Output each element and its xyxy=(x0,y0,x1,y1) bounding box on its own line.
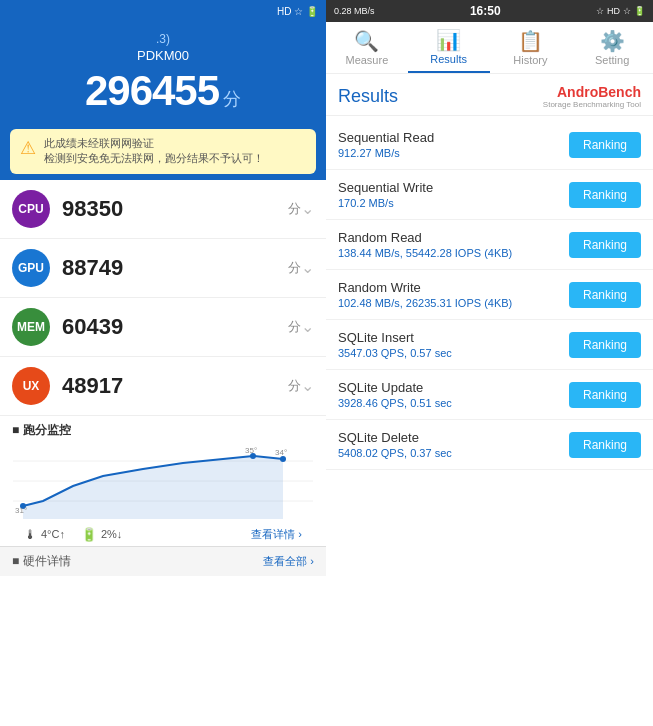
androbench-sub: Storage Benchmarking Tool xyxy=(543,100,641,109)
benchmark-name: Random Write xyxy=(338,280,569,295)
benchmark-info: Sequential Read 912.27 MB/s xyxy=(338,130,569,159)
results-header: Results AndroBench Storage Benchmarking … xyxy=(326,74,653,116)
benchmark-item: SQLite Insert 3547.03 QPS, 0.57 sec Rank… xyxy=(326,320,653,370)
left-panel: HD ☆ 🔋 .3) PDKM00 296455 分 ⚠ 此成绩未经联网网验证 … xyxy=(0,0,326,726)
cpu-chevron-icon: ⌄ xyxy=(301,199,314,218)
mem-badge: MEM xyxy=(12,308,50,346)
benchmark-name: Random Read xyxy=(338,230,569,245)
svg-text:35°: 35° xyxy=(245,446,257,455)
chart-svg: 31° 35° 34° xyxy=(12,441,314,521)
androbench-logo: AndroBench Storage Benchmarking Tool xyxy=(543,84,641,109)
mem-chevron-icon: ⌄ xyxy=(301,317,314,336)
benchmark-list: Sequential Read 912.27 MB/s Ranking Sequ… xyxy=(326,116,653,726)
ranking-button[interactable]: Ranking xyxy=(569,432,641,458)
benchmark-info: Random Read 138.44 MB/s, 55442.28 IOPS (… xyxy=(338,230,569,259)
ranking-button[interactable]: Ranking xyxy=(569,132,641,158)
svg-text:31°: 31° xyxy=(15,506,27,515)
score-unit: 分 xyxy=(223,87,241,111)
benchmark-name: Sequential Write xyxy=(338,180,569,195)
left-status-bar: HD ☆ 🔋 xyxy=(0,0,326,22)
benchmark-item: Sequential Read 912.27 MB/s Ranking xyxy=(326,120,653,170)
left-status-text: HD ☆ 🔋 xyxy=(277,6,318,17)
warning-text: 此成绩未经联网网验证 检测到安免免无法联网，跑分结果不予认可！ xyxy=(44,136,264,167)
warning-box: ⚠ 此成绩未经联网网验证 检测到安免免无法联网，跑分结果不予认可！ xyxy=(10,129,316,174)
ux-score: 48917 xyxy=(62,373,286,399)
battery-icon: 🔋 xyxy=(81,527,97,542)
setting-icon: ⚙️ xyxy=(600,31,625,51)
measure-icon: 🔍 xyxy=(354,31,379,51)
mem-score: 60439 xyxy=(62,314,286,340)
right-status-icons: ☆ HD ☆ 🔋 xyxy=(596,6,645,16)
ranking-button[interactable]: Ranking xyxy=(569,282,641,308)
total-score: 296455 xyxy=(85,67,219,115)
sub-score-gpu[interactable]: GPU 88749 分 ⌄ xyxy=(0,239,326,298)
gpu-chevron-icon: ⌄ xyxy=(301,258,314,277)
benchmark-value: 102.48 MB/s, 26235.31 IOPS (4KB) xyxy=(338,297,569,309)
benchmark-item: Random Read 138.44 MB/s, 55442.28 IOPS (… xyxy=(326,220,653,270)
tab-history[interactable]: 📋 History xyxy=(490,22,572,73)
benchmark-value: 3547.03 QPS, 0.57 sec xyxy=(338,347,569,359)
right-status-time: 16:50 xyxy=(470,4,501,18)
monitor-footer: 🌡 4°C↑ 🔋 2%↓ 查看详情 › xyxy=(12,523,314,546)
sub-scores-section: CPU 98350 分 ⌄ GPU 88749 分 ⌄ MEM 60439 分 … xyxy=(0,180,326,726)
tab-measure-label: Measure xyxy=(345,54,388,66)
sub-score-mem[interactable]: MEM 60439 分 ⌄ xyxy=(0,298,326,357)
benchmark-value: 3928.46 QPS, 0.51 sec xyxy=(338,397,569,409)
benchmark-item: Sequential Write 170.2 MB/s Ranking xyxy=(326,170,653,220)
tab-measure[interactable]: 🔍 Measure xyxy=(326,22,408,73)
right-panel: 0.28 MB/s 16:50 ☆ HD ☆ 🔋 🔍 Measure 📊 Res… xyxy=(326,0,653,726)
benchmark-info: SQLite Update 3928.46 QPS, 0.51 sec xyxy=(338,380,569,409)
tab-bar: 🔍 Measure 📊 Results 📋 History ⚙️ Setting xyxy=(326,22,653,74)
chart-area: 31° 35° 34° xyxy=(12,441,314,521)
ux-badge: UX xyxy=(12,367,50,405)
ranking-button[interactable]: Ranking xyxy=(569,182,641,208)
hardware-title: ■ 硬件详情 xyxy=(12,553,263,570)
hardware-link[interactable]: 查看全部 › xyxy=(263,554,314,569)
score-subtitle: .3) xyxy=(0,32,326,46)
detail-link[interactable]: 查看详情 › xyxy=(251,527,302,542)
ranking-button[interactable]: Ranking xyxy=(569,332,641,358)
tab-history-label: History xyxy=(513,54,547,66)
hardware-bar: ■ 硬件详情 查看全部 › xyxy=(0,546,326,576)
battery-stat: 🔋 2%↓ xyxy=(81,527,122,542)
benchmark-name: SQLite Update xyxy=(338,380,569,395)
sub-score-cpu[interactable]: CPU 98350 分 ⌄ xyxy=(0,180,326,239)
right-status-bar: 0.28 MB/s 16:50 ☆ HD ☆ 🔋 xyxy=(326,0,653,22)
benchmark-item: SQLite Delete 5408.02 QPS, 0.37 sec Rank… xyxy=(326,420,653,470)
benchmark-info: SQLite Delete 5408.02 QPS, 0.37 sec xyxy=(338,430,569,459)
benchmark-name: Sequential Read xyxy=(338,130,569,145)
device-name: PDKM00 xyxy=(0,48,326,63)
androbench-name: AndroBench xyxy=(557,84,641,100)
results-title: Results xyxy=(338,86,398,107)
benchmark-name: SQLite Insert xyxy=(338,330,569,345)
svg-text:34°: 34° xyxy=(275,448,287,457)
tab-setting[interactable]: ⚙️ Setting xyxy=(571,22,653,73)
warning-icon: ⚠ xyxy=(20,137,36,159)
cpu-badge: CPU xyxy=(12,190,50,228)
cpu-score: 98350 xyxy=(62,196,286,222)
tab-results-label: Results xyxy=(430,53,467,65)
score-section: .3) PDKM00 296455 分 xyxy=(0,22,326,123)
temp-stat: 🌡 4°C↑ xyxy=(24,527,65,542)
history-icon: 📋 xyxy=(518,31,543,51)
benchmark-info: SQLite Insert 3547.03 QPS, 0.57 sec xyxy=(338,330,569,359)
tab-results[interactable]: 📊 Results xyxy=(408,22,490,73)
gpu-score: 88749 xyxy=(62,255,286,281)
benchmark-value: 912.27 MB/s xyxy=(338,147,569,159)
right-status-left: 0.28 MB/s xyxy=(334,6,375,16)
benchmark-item: SQLite Update 3928.46 QPS, 0.51 sec Rank… xyxy=(326,370,653,420)
sub-score-ux[interactable]: UX 48917 分 ⌄ xyxy=(0,357,326,416)
ranking-button[interactable]: Ranking xyxy=(569,382,641,408)
thermometer-icon: 🌡 xyxy=(24,527,37,542)
gpu-badge: GPU xyxy=(12,249,50,287)
benchmark-value: 138.44 MB/s, 55442.28 IOPS (4KB) xyxy=(338,247,569,259)
monitor-section: ■ 跑分监控 31° 35° xyxy=(0,416,326,546)
benchmark-value: 5408.02 QPS, 0.37 sec xyxy=(338,447,569,459)
ranking-button[interactable]: Ranking xyxy=(569,232,641,258)
ux-chevron-icon: ⌄ xyxy=(301,376,314,395)
tab-setting-label: Setting xyxy=(595,54,629,66)
benchmark-info: Random Write 102.48 MB/s, 26235.31 IOPS … xyxy=(338,280,569,309)
benchmark-item: Random Write 102.48 MB/s, 26235.31 IOPS … xyxy=(326,270,653,320)
benchmark-value: 170.2 MB/s xyxy=(338,197,569,209)
benchmark-info: Sequential Write 170.2 MB/s xyxy=(338,180,569,209)
